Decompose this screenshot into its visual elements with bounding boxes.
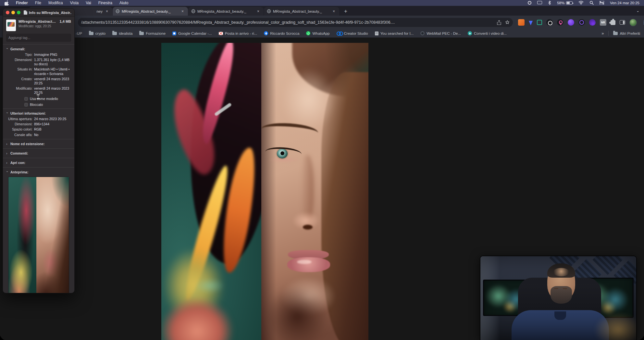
extension-icon-green[interactable]: [537, 20, 542, 25]
section-title: Apri con:: [10, 161, 25, 165]
checkbox-bloccato[interactable]: [24, 103, 28, 107]
checkbox-row: Usa come modello: [24, 97, 71, 101]
info-window-titlebar[interactable]: Info su MRregista_Abstr...: [3, 8, 74, 17]
url-text: /attachments/1013512335442333816/1088906…: [81, 20, 493, 25]
row-value: No: [34, 133, 71, 137]
extension-icon-blue-v[interactable]: [529, 21, 533, 25]
section-apri-con: › Apri con:: [3, 158, 74, 167]
minimize-button[interactable]: [11, 11, 15, 14]
extension-icon-orange[interactable]: [518, 19, 525, 26]
section-header-generali[interactable]: › Generali:: [6, 46, 71, 52]
globe-favicon: [116, 9, 120, 13]
menu-clock[interactable]: Ven 24 mar 20:25: [610, 1, 639, 5]
checkbox-usa-come-modello[interactable]: [24, 97, 28, 101]
extension-icon-pink-key[interactable]: [557, 19, 564, 26]
bookmark-item[interactable]: WhatsApp: [306, 31, 329, 35]
info-row: Dimensioni: 1.371.351 byte (1,4 MB su di…: [6, 58, 71, 66]
menu-item-finder[interactable]: Finder: [16, 1, 28, 5]
profile-avatar[interactable]: [629, 19, 637, 26]
display-icon[interactable]: [537, 1, 542, 5]
bookmark-item[interactable]: Converti i video di...: [468, 31, 507, 35]
section-ulteriori-informazioni: › Ulteriori informazioni: Ultima apertur…: [3, 108, 74, 139]
thumbnail-abstract-half: [8, 177, 36, 293]
browser-menu-icon[interactable]: ⋮: [641, 20, 644, 25]
tags-field[interactable]: Aggiungi tag...: [6, 34, 71, 42]
menu-item-vista[interactable]: Vista: [70, 1, 79, 5]
bookmark-item[interactable]: idealista: [112, 31, 132, 35]
bookmark-label: Riccardo Scrocca: [270, 31, 299, 35]
bookmark-item[interactable]: Creator Studio: [337, 31, 368, 35]
share-icon[interactable]: [497, 20, 501, 25]
extension-icon-black-ring[interactable]: [546, 19, 553, 26]
close-button[interactable]: [6, 11, 9, 14]
extensions-puzzle-icon[interactable]: [611, 20, 615, 25]
section-title: Ulteriori informazioni:: [10, 111, 46, 115]
bluetooth-icon[interactable]: [548, 1, 551, 6]
tab-search-chevron-icon[interactable]: ⌄: [636, 8, 639, 13]
file-name: MRregista_Abstract_b...: [19, 19, 58, 23]
side-panel-icon[interactable]: [620, 20, 625, 25]
apple-menu-icon[interactable]: [5, 1, 9, 6]
info-row: Canale alfa: No: [6, 133, 71, 137]
tab-close-icon[interactable]: ×: [256, 9, 261, 14]
bookmark-label: Posta in arrivo - ri...: [225, 31, 257, 35]
row-label: Dimensioni:: [6, 58, 34, 66]
tab-close-icon[interactable]: ×: [331, 9, 336, 14]
tab-active[interactable]: MRregista_Abstract_beauty._ ×: [113, 7, 188, 16]
row-value: 1.371.351 byte (1,4 MB su disco): [34, 58, 71, 66]
bookmark-item[interactable]: Formazione: [139, 31, 166, 35]
split-portrait-image: [161, 43, 368, 340]
bookmark-item[interactable]: You searched for I...: [375, 31, 414, 35]
bookmark-item[interactable]: WebMail PEC - De...: [420, 31, 461, 35]
menu-item-file[interactable]: File: [35, 1, 41, 5]
folder-icon: [139, 32, 144, 35]
bookmarks-overflow-icon[interactable]: »: [601, 31, 604, 36]
control-center-icon[interactable]: [600, 1, 604, 5]
bookmark-star-icon[interactable]: [505, 20, 510, 25]
section-header-anteprima[interactable]: › Anteprima:: [6, 170, 71, 175]
tab-inactive[interactable]: MRregista_Abstract_beauty._ ×: [188, 7, 264, 16]
extension-icon-purple-ring[interactable]: [578, 19, 585, 26]
bookmark-item[interactable]: Riccardo Scrocca: [264, 31, 299, 35]
battery-indicator[interactable]: 58%: [557, 1, 573, 5]
menu-item-aiuto[interactable]: Aiuto: [119, 1, 128, 5]
menu-item-vai[interactable]: Vai: [86, 1, 91, 5]
spotlight-search-icon[interactable]: [589, 1, 594, 6]
tab-label: MRregista_Abstract_beauty._: [273, 9, 329, 13]
extension-icon-purple[interactable]: [568, 19, 574, 26]
menu-item-modifica[interactable]: Modifica: [48, 1, 63, 5]
extension-icon-nr[interactable]: NR: [600, 19, 606, 26]
record-status-icon[interactable]: [528, 1, 531, 5]
chevron-down-icon: ›: [6, 112, 9, 115]
bookmark-item[interactable]: crypto: [89, 31, 105, 35]
bookmark-item[interactable]: Posta in arrivo - ri...: [219, 31, 257, 35]
row-value: Immagine PNG: [34, 53, 71, 57]
section-header-collapsed[interactable]: › Commenti:: [6, 151, 71, 156]
window-title-text: Info su MRregista_Abstr...: [29, 11, 71, 15]
webmail-icon: [420, 31, 425, 35]
row-label: Spazio colori:: [6, 127, 34, 132]
tab-label: MRregista_Abstract_beauty._: [122, 9, 178, 13]
address-bar[interactable]: /attachments/1013512335442333816/1088906…: [78, 18, 513, 27]
tab-inactive[interactable]: MRregista_Abstract_beauty._ ×: [264, 7, 339, 16]
new-tab-button[interactable]: +: [341, 7, 350, 16]
divider: [608, 31, 609, 36]
zoom-button[interactable]: [17, 11, 20, 14]
bookmark-item[interactable]: Google Calendar -...: [172, 31, 212, 35]
png-file-icon: [6, 19, 16, 31]
extension-icon-purple-blob[interactable]: [589, 19, 596, 26]
tab-close-icon[interactable]: ×: [105, 9, 109, 14]
row-value: venerdì 24 marzo 2023 20:25: [34, 86, 71, 95]
info-row: Spazio colori: RGB: [6, 127, 71, 132]
tab-close-icon[interactable]: ×: [180, 9, 185, 14]
section-header-collapsed[interactable]: › Nome ed estensione:: [6, 141, 71, 146]
section-header-collapsed[interactable]: › Apri con:: [6, 160, 71, 165]
wifi-icon[interactable]: [578, 1, 584, 5]
bookmark-item[interactable]: -UP: [76, 31, 82, 35]
finder-info-window: Info su MRregista_Abstr... MRregista_Abs…: [3, 8, 75, 293]
info-row: Modificato: venerdì 24 marzo 2023 20:25: [6, 86, 71, 95]
menu-item-finestra[interactable]: Finestra: [98, 1, 112, 5]
other-favorites[interactable]: Altri Preferiti: [613, 31, 640, 35]
meta-icon: [337, 31, 342, 35]
section-header-ulteriori[interactable]: › Ulteriori informazioni:: [6, 111, 71, 116]
